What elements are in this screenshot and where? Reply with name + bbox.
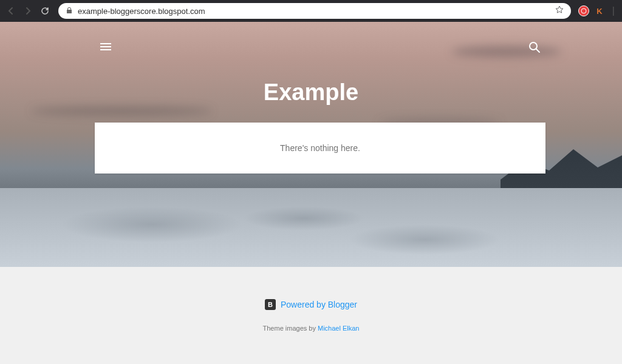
dunes-decoration <box>0 188 622 267</box>
bookmark-star-icon[interactable] <box>555 5 564 16</box>
address-bar[interactable]: example-bloggerscore.blogspot.com <box>58 3 571 19</box>
powered-by-link[interactable]: Powered by Blogger <box>281 300 357 309</box>
hamburger-icon <box>100 43 111 44</box>
svg-point-1 <box>530 42 537 50</box>
lock-icon <box>66 5 73 16</box>
url-text: example-bloggerscore.blogspot.com <box>78 7 550 16</box>
cloud-decoration <box>30 107 213 115</box>
back-button[interactable] <box>5 5 17 17</box>
svg-point-0 <box>581 8 586 13</box>
theme-credit: Theme images by Michael Elkan <box>263 325 360 332</box>
blog-title[interactable]: Example <box>0 79 622 106</box>
theme-credit-prefix: Theme images by <box>263 325 318 332</box>
empty-message: There's nothing here. <box>280 143 360 153</box>
extension-icon-2[interactable]: K <box>594 5 605 16</box>
search-icon <box>528 41 541 53</box>
theme-author-link[interactable]: Michael Elkan <box>318 325 359 332</box>
forward-button[interactable] <box>22 5 34 17</box>
content-card: There's nothing here. <box>95 123 545 174</box>
search-button[interactable] <box>528 41 543 56</box>
blogger-icon: B <box>265 299 276 310</box>
extension-icon-1[interactable] <box>578 5 589 16</box>
footer: B Powered by Blogger Theme images by Mic… <box>0 267 622 364</box>
reload-button[interactable] <box>39 5 51 17</box>
powered-by-row: B Powered by Blogger <box>265 299 357 310</box>
browser-toolbar: example-bloggerscore.blogspot.com K | <box>0 0 622 22</box>
cloud-decoration <box>452 46 561 57</box>
toolbar-divider: | <box>612 5 615 16</box>
menu-button[interactable] <box>98 41 113 56</box>
hero-section: Example There's nothing here. <box>0 22 622 267</box>
